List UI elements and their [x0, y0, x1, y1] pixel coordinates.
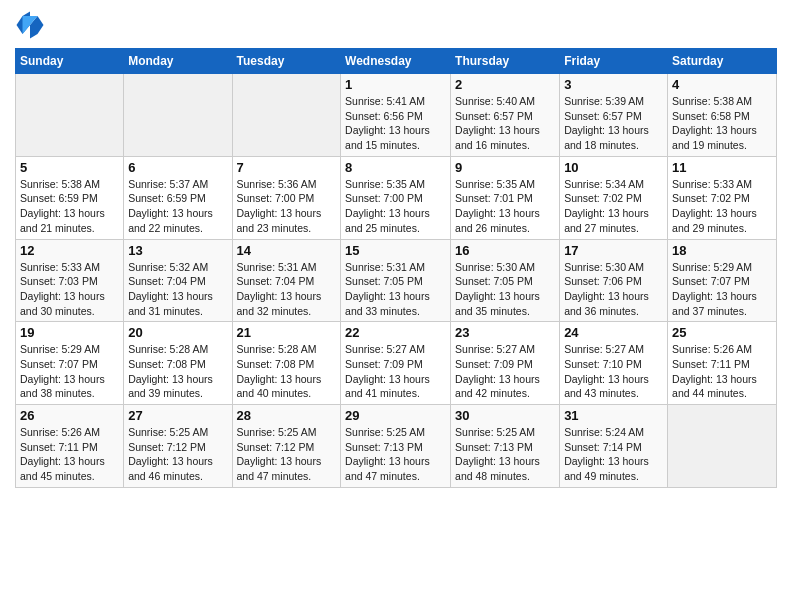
- day-number: 30: [455, 408, 555, 423]
- calendar-cell: 30Sunrise: 5:25 AM Sunset: 7:13 PM Dayli…: [451, 405, 560, 488]
- day-number: 29: [345, 408, 446, 423]
- calendar-cell: 21Sunrise: 5:28 AM Sunset: 7:08 PM Dayli…: [232, 322, 341, 405]
- header: [15, 10, 777, 40]
- calendar-cell: 22Sunrise: 5:27 AM Sunset: 7:09 PM Dayli…: [341, 322, 451, 405]
- day-info: Sunrise: 5:27 AM Sunset: 7:09 PM Dayligh…: [345, 342, 446, 401]
- calendar-cell: 12Sunrise: 5:33 AM Sunset: 7:03 PM Dayli…: [16, 239, 124, 322]
- day-info: Sunrise: 5:31 AM Sunset: 7:04 PM Dayligh…: [237, 260, 337, 319]
- day-info: Sunrise: 5:27 AM Sunset: 7:09 PM Dayligh…: [455, 342, 555, 401]
- calendar-cell: 11Sunrise: 5:33 AM Sunset: 7:02 PM Dayli…: [668, 156, 777, 239]
- day-info: Sunrise: 5:32 AM Sunset: 7:04 PM Dayligh…: [128, 260, 227, 319]
- day-number: 25: [672, 325, 772, 340]
- calendar-week-2: 12Sunrise: 5:33 AM Sunset: 7:03 PM Dayli…: [16, 239, 777, 322]
- calendar-cell: [124, 74, 232, 157]
- day-number: 1: [345, 77, 446, 92]
- day-info: Sunrise: 5:30 AM Sunset: 7:05 PM Dayligh…: [455, 260, 555, 319]
- calendar-cell: 3Sunrise: 5:39 AM Sunset: 6:57 PM Daylig…: [560, 74, 668, 157]
- calendar-cell: 7Sunrise: 5:36 AM Sunset: 7:00 PM Daylig…: [232, 156, 341, 239]
- weekday-header-friday: Friday: [560, 49, 668, 74]
- day-info: Sunrise: 5:34 AM Sunset: 7:02 PM Dayligh…: [564, 177, 663, 236]
- calendar-cell: 17Sunrise: 5:30 AM Sunset: 7:06 PM Dayli…: [560, 239, 668, 322]
- day-number: 28: [237, 408, 337, 423]
- calendar: SundayMondayTuesdayWednesdayThursdayFrid…: [15, 48, 777, 488]
- calendar-cell: [16, 74, 124, 157]
- day-number: 11: [672, 160, 772, 175]
- day-info: Sunrise: 5:41 AM Sunset: 6:56 PM Dayligh…: [345, 94, 446, 153]
- day-number: 19: [20, 325, 119, 340]
- day-number: 10: [564, 160, 663, 175]
- day-number: 4: [672, 77, 772, 92]
- day-info: Sunrise: 5:25 AM Sunset: 7:12 PM Dayligh…: [128, 425, 227, 484]
- calendar-cell: [668, 405, 777, 488]
- day-info: Sunrise: 5:28 AM Sunset: 7:08 PM Dayligh…: [237, 342, 337, 401]
- day-number: 20: [128, 325, 227, 340]
- day-number: 3: [564, 77, 663, 92]
- calendar-cell: 9Sunrise: 5:35 AM Sunset: 7:01 PM Daylig…: [451, 156, 560, 239]
- weekday-header-thursday: Thursday: [451, 49, 560, 74]
- calendar-cell: 25Sunrise: 5:26 AM Sunset: 7:11 PM Dayli…: [668, 322, 777, 405]
- day-info: Sunrise: 5:24 AM Sunset: 7:14 PM Dayligh…: [564, 425, 663, 484]
- day-info: Sunrise: 5:35 AM Sunset: 7:01 PM Dayligh…: [455, 177, 555, 236]
- calendar-cell: 15Sunrise: 5:31 AM Sunset: 7:05 PM Dayli…: [341, 239, 451, 322]
- day-number: 18: [672, 243, 772, 258]
- calendar-cell: 16Sunrise: 5:30 AM Sunset: 7:05 PM Dayli…: [451, 239, 560, 322]
- calendar-cell: 5Sunrise: 5:38 AM Sunset: 6:59 PM Daylig…: [16, 156, 124, 239]
- calendar-week-1: 5Sunrise: 5:38 AM Sunset: 6:59 PM Daylig…: [16, 156, 777, 239]
- day-info: Sunrise: 5:29 AM Sunset: 7:07 PM Dayligh…: [672, 260, 772, 319]
- day-number: 27: [128, 408, 227, 423]
- day-info: Sunrise: 5:37 AM Sunset: 6:59 PM Dayligh…: [128, 177, 227, 236]
- day-info: Sunrise: 5:36 AM Sunset: 7:00 PM Dayligh…: [237, 177, 337, 236]
- calendar-week-3: 19Sunrise: 5:29 AM Sunset: 7:07 PM Dayli…: [16, 322, 777, 405]
- day-number: 31: [564, 408, 663, 423]
- calendar-cell: 14Sunrise: 5:31 AM Sunset: 7:04 PM Dayli…: [232, 239, 341, 322]
- day-number: 14: [237, 243, 337, 258]
- calendar-cell: 18Sunrise: 5:29 AM Sunset: 7:07 PM Dayli…: [668, 239, 777, 322]
- page: SundayMondayTuesdayWednesdayThursdayFrid…: [0, 0, 792, 612]
- weekday-header-monday: Monday: [124, 49, 232, 74]
- day-number: 12: [20, 243, 119, 258]
- day-number: 2: [455, 77, 555, 92]
- weekday-header-sunday: Sunday: [16, 49, 124, 74]
- calendar-cell: 31Sunrise: 5:24 AM Sunset: 7:14 PM Dayli…: [560, 405, 668, 488]
- day-info: Sunrise: 5:26 AM Sunset: 7:11 PM Dayligh…: [672, 342, 772, 401]
- day-info: Sunrise: 5:26 AM Sunset: 7:11 PM Dayligh…: [20, 425, 119, 484]
- calendar-cell: 27Sunrise: 5:25 AM Sunset: 7:12 PM Dayli…: [124, 405, 232, 488]
- weekday-header-wednesday: Wednesday: [341, 49, 451, 74]
- calendar-header: SundayMondayTuesdayWednesdayThursdayFrid…: [16, 49, 777, 74]
- day-number: 24: [564, 325, 663, 340]
- calendar-cell: 13Sunrise: 5:32 AM Sunset: 7:04 PM Dayli…: [124, 239, 232, 322]
- day-number: 17: [564, 243, 663, 258]
- day-info: Sunrise: 5:33 AM Sunset: 7:02 PM Dayligh…: [672, 177, 772, 236]
- day-number: 5: [20, 160, 119, 175]
- logo: [15, 10, 49, 40]
- calendar-cell: 8Sunrise: 5:35 AM Sunset: 7:00 PM Daylig…: [341, 156, 451, 239]
- day-number: 9: [455, 160, 555, 175]
- calendar-body: 1Sunrise: 5:41 AM Sunset: 6:56 PM Daylig…: [16, 74, 777, 488]
- calendar-cell: 2Sunrise: 5:40 AM Sunset: 6:57 PM Daylig…: [451, 74, 560, 157]
- day-info: Sunrise: 5:39 AM Sunset: 6:57 PM Dayligh…: [564, 94, 663, 153]
- calendar-cell: [232, 74, 341, 157]
- logo-icon: [15, 10, 45, 40]
- day-info: Sunrise: 5:40 AM Sunset: 6:57 PM Dayligh…: [455, 94, 555, 153]
- day-number: 21: [237, 325, 337, 340]
- day-info: Sunrise: 5:38 AM Sunset: 6:59 PM Dayligh…: [20, 177, 119, 236]
- day-info: Sunrise: 5:30 AM Sunset: 7:06 PM Dayligh…: [564, 260, 663, 319]
- calendar-cell: 24Sunrise: 5:27 AM Sunset: 7:10 PM Dayli…: [560, 322, 668, 405]
- calendar-cell: 29Sunrise: 5:25 AM Sunset: 7:13 PM Dayli…: [341, 405, 451, 488]
- day-number: 8: [345, 160, 446, 175]
- calendar-cell: 6Sunrise: 5:37 AM Sunset: 6:59 PM Daylig…: [124, 156, 232, 239]
- day-number: 23: [455, 325, 555, 340]
- day-info: Sunrise: 5:35 AM Sunset: 7:00 PM Dayligh…: [345, 177, 446, 236]
- calendar-cell: 4Sunrise: 5:38 AM Sunset: 6:58 PM Daylig…: [668, 74, 777, 157]
- day-number: 26: [20, 408, 119, 423]
- day-info: Sunrise: 5:31 AM Sunset: 7:05 PM Dayligh…: [345, 260, 446, 319]
- day-info: Sunrise: 5:25 AM Sunset: 7:13 PM Dayligh…: [345, 425, 446, 484]
- calendar-week-4: 26Sunrise: 5:26 AM Sunset: 7:11 PM Dayli…: [16, 405, 777, 488]
- day-number: 7: [237, 160, 337, 175]
- calendar-cell: 23Sunrise: 5:27 AM Sunset: 7:09 PM Dayli…: [451, 322, 560, 405]
- day-info: Sunrise: 5:25 AM Sunset: 7:12 PM Dayligh…: [237, 425, 337, 484]
- day-number: 16: [455, 243, 555, 258]
- weekday-header-saturday: Saturday: [668, 49, 777, 74]
- calendar-cell: 1Sunrise: 5:41 AM Sunset: 6:56 PM Daylig…: [341, 74, 451, 157]
- day-number: 6: [128, 160, 227, 175]
